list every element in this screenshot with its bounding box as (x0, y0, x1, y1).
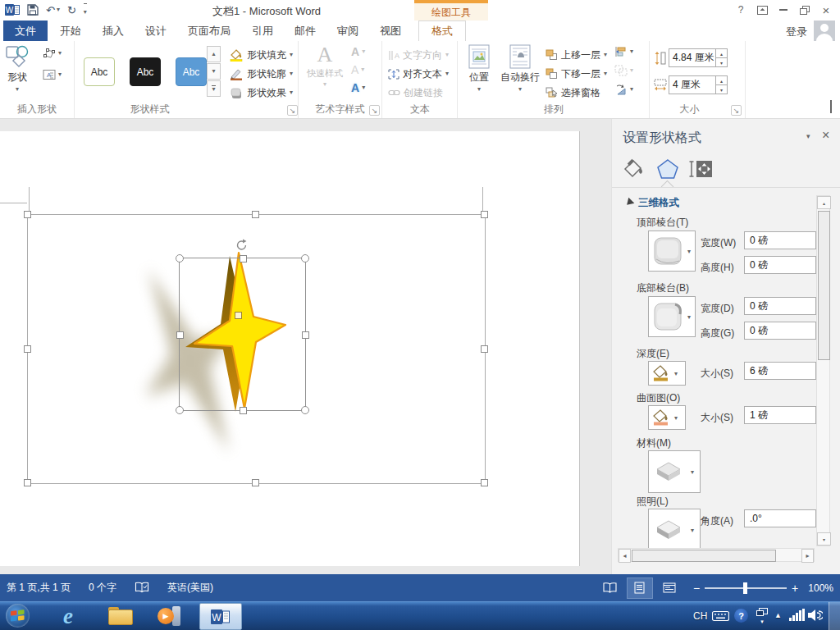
read-mode-button[interactable] (598, 578, 623, 598)
pane-horizontal-scrollbar[interactable]: ◂ ▸ (618, 548, 815, 562)
depth-size-input[interactable]: 6 磅 (744, 362, 816, 380)
page-number-status[interactable]: 第 1 页,共 1 页 (7, 581, 71, 595)
shape-fill-button[interactable]: 形状填充▾ (230, 46, 293, 64)
align-objects-button[interactable]: ▾ (614, 46, 633, 57)
edit-shape-button[interactable]: ▾ (43, 48, 62, 59)
shape-outline-button[interactable]: 形状轮廓▾ (230, 65, 293, 83)
help-button[interactable]: ? (730, 1, 751, 19)
resize-handle-se[interactable] (301, 406, 309, 414)
print-layout-button[interactable] (628, 578, 652, 598)
shape-width-input[interactable]: 4 厘米 ▴▾ (669, 75, 728, 94)
tray-keyboard-icon[interactable] (712, 610, 729, 624)
effects-tab-selected[interactable] (656, 158, 679, 182)
shape-effects-button[interactable]: 形状效果▾ (230, 84, 293, 102)
scroll-thumb[interactable] (818, 211, 830, 360)
style-gallery-up-button[interactable]: ▴ (207, 46, 221, 62)
scroll-left-button[interactable]: ◂ (619, 549, 631, 563)
zoom-in-button[interactable]: + (792, 582, 798, 595)
pane-close-button[interactable]: × (822, 128, 829, 143)
zoom-out-button[interactable]: − (693, 582, 700, 595)
sign-in-link[interactable]: 登录 (786, 25, 807, 39)
tray-window-icon[interactable]: ▾ (756, 607, 768, 623)
fill-line-tab[interactable] (622, 158, 645, 182)
send-backward-button[interactable]: 下移一层▾ (546, 65, 607, 83)
undo-button[interactable]: ↶▾ (46, 4, 60, 16)
tab-format-active[interactable]: 格式 (418, 21, 466, 41)
lighting-dropdown[interactable]: ▾ (648, 509, 701, 551)
undo-caret-icon[interactable]: ▾ (57, 7, 60, 13)
text-outline-button[interactable]: A ▾ (351, 63, 364, 76)
section-3d-format[interactable]: 三维格式 (638, 196, 679, 210)
contour-color-dropdown[interactable]: ▾ (648, 405, 686, 430)
bottom-bevel-width-input[interactable]: 0 磅 (744, 297, 816, 315)
top-bevel-width-input[interactable]: 0 磅 (744, 231, 816, 249)
wrap-text-button[interactable]: 自动换行 ▾ (498, 44, 542, 93)
tray-language-indicator[interactable]: CH (693, 610, 707, 622)
resize-handle-e[interactable] (302, 331, 309, 339)
word-taskbar-button[interactable]: W (199, 603, 242, 630)
web-layout-button[interactable] (657, 578, 682, 598)
tab-design[interactable]: 设计 (135, 21, 177, 41)
resize-handle-s[interactable] (240, 407, 247, 414)
drawing-tools-context-header[interactable]: 绘图工具 (414, 0, 488, 21)
shape-style-swatch-3[interactable]: Abc (176, 57, 207, 86)
bottom-bevel-height-input[interactable]: 0 磅 (744, 322, 816, 340)
lighting-angle-input[interactable]: .0° (744, 509, 816, 527)
group-objects-button[interactable]: ▾ (614, 65, 633, 76)
adjust-handle[interactable] (235, 312, 242, 319)
tray-show-hidden-icons[interactable]: ▲ (774, 611, 782, 619)
scroll-right-button[interactable]: ▸ (801, 549, 814, 563)
resize-handle-ne[interactable] (301, 254, 309, 262)
file-explorer-icon[interactable] (108, 607, 133, 625)
scroll-up-button[interactable]: ▴ (817, 196, 831, 209)
top-bevel-height-input[interactable]: 0 磅 (744, 256, 816, 274)
avatar[interactable] (814, 21, 835, 41)
position-button[interactable]: 位置 ▾ (463, 44, 495, 93)
shape-selection-box[interactable] (179, 258, 306, 411)
start-button[interactable] (6, 604, 30, 628)
style-gallery-down-button[interactable]: ▾ (207, 63, 221, 80)
qat-customize-button[interactable]: ▾ (84, 3, 87, 16)
zoom-slider-thumb[interactable] (743, 582, 747, 594)
pane-menu-button[interactable]: ▾ (806, 133, 810, 140)
tab-page-layout[interactable]: 页面布局 (177, 21, 241, 41)
top-bevel-dropdown[interactable]: ▾ (648, 231, 696, 272)
selection-pane-button[interactable]: 选择窗格 (546, 84, 600, 102)
text-effects-button[interactable]: A ▾ (351, 81, 365, 94)
bottom-bevel-dropdown[interactable]: ▾ (648, 296, 696, 337)
tab-mailings[interactable]: 邮件 (284, 21, 326, 41)
bring-forward-button[interactable]: 上移一层▾ (546, 46, 607, 64)
style-gallery-more-button[interactable]: ▾ (207, 80, 221, 97)
minimize-button[interactable] (773, 1, 794, 19)
shape-styles-dialog-launcher[interactable]: ↘ (287, 105, 298, 116)
resize-handle-n[interactable] (240, 255, 247, 262)
resize-handle-sw[interactable] (176, 406, 184, 414)
zoom-level[interactable]: 100% (808, 582, 833, 594)
section-expand-triangle[interactable] (624, 198, 635, 208)
height-spin-up[interactable]: ▴ (716, 49, 727, 57)
size-dialog-launcher[interactable]: ↘ (731, 105, 742, 116)
ribbon-display-options-button[interactable] (751, 1, 773, 19)
resize-handle-w[interactable] (176, 331, 184, 339)
text-direction-button[interactable]: A 文字方向▾ (388, 46, 449, 64)
scroll-thumb[interactable] (632, 550, 776, 562)
save-icon[interactable] (27, 4, 39, 16)
shape-style-swatch-1[interactable]: Abc (84, 57, 115, 86)
pane-vertical-scrollbar[interactable]: ▴ ▾ (816, 195, 830, 546)
tray-help-icon[interactable]: ? (734, 609, 748, 623)
width-spin-down[interactable]: ▾ (716, 84, 727, 94)
material-dropdown[interactable]: ▾ (648, 450, 701, 493)
scroll-down-button[interactable]: ▾ (817, 532, 831, 546)
height-spin-down[interactable]: ▾ (716, 57, 727, 66)
width-spin-up[interactable]: ▴ (716, 76, 727, 84)
contour-size-input[interactable]: 1 磅 (744, 406, 816, 424)
shape-style-swatch-2[interactable]: Abc (130, 57, 161, 86)
media-player-icon[interactable]: ▶ (158, 605, 180, 627)
word-count-status[interactable]: 0 个字 (89, 581, 116, 595)
create-link-button[interactable]: 创建链接 (388, 84, 443, 102)
text-fill-button[interactable]: A ▾ (351, 45, 365, 58)
tab-review[interactable]: 审阅 (326, 21, 369, 41)
collapse-ribbon-button[interactable] (830, 102, 832, 113)
proofing-status-icon[interactable] (135, 582, 149, 594)
zoom-slider[interactable] (705, 582, 787, 594)
